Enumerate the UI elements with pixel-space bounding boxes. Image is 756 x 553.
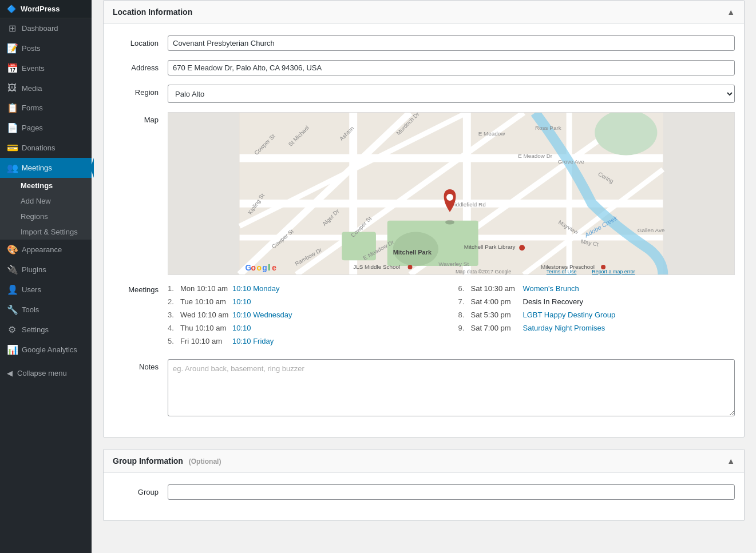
- meetings-columns: 1. Mon 10:10 am 10:10 Monday 2. Tue 10:1…: [168, 284, 735, 350]
- group-panel-title: Group Information (Optional): [113, 456, 221, 466]
- dashboard-icon: ⊞: [7, 23, 17, 34]
- sidebar-item-donations[interactable]: 💳 Donations: [0, 138, 92, 158]
- meeting-item-8: 8. Sat 5:30 pm LGBT Happy Destiny Group: [458, 311, 735, 319]
- region-select[interactable]: Palo Alto: [168, 85, 735, 103]
- svg-point-40: [519, 245, 525, 250]
- meeting-link-3[interactable]: 10:10 Wednesday: [232, 311, 292, 319]
- sidebar-label-dashboard: Dashboard: [22, 24, 58, 33]
- location-field-row: Location: [113, 35, 735, 51]
- sidebar-label-plugins: Plugins: [22, 265, 46, 274]
- sidebar-item-google-analytics[interactable]: 📊 Google Analytics: [0, 340, 92, 360]
- sidebar-item-posts[interactable]: 📝 Posts: [0, 38, 92, 58]
- group-input[interactable]: [168, 484, 735, 500]
- sidebar-item-tools[interactable]: 🔧 Tools: [0, 300, 92, 320]
- meeting-num-9: 9.: [458, 324, 468, 332]
- sidebar-item-dashboard[interactable]: ⊞ Dashboard: [0, 18, 92, 38]
- svg-text:Mitchell Park Library: Mitchell Park Library: [464, 244, 516, 250]
- meeting-day-6: Sat 10:30 am: [471, 284, 520, 293]
- meeting-num-4: 4.: [168, 324, 177, 332]
- meeting-link-6[interactable]: Women's Brunch: [523, 284, 579, 293]
- svg-text:o: o: [256, 263, 262, 272]
- group-label: Group: [113, 484, 159, 496]
- sidebar-item-plugins[interactable]: 🔌 Plugins: [0, 260, 92, 280]
- location-label: Location: [113, 35, 159, 47]
- meeting-link-9[interactable]: Saturday Night Promises: [523, 324, 605, 332]
- svg-text:E Meadow: E Meadow: [478, 130, 506, 137]
- submenu-import-settings[interactable]: Import & Settings: [0, 224, 92, 240]
- collapse-menu-button[interactable]: ◀ Collapse menu: [0, 364, 92, 382]
- group-panel: Group Information (Optional) ▲ Group: [103, 449, 745, 521]
- svg-text:Map data ©2017 Google: Map data ©2017 Google: [456, 269, 511, 274]
- sidebar-label-forms: Forms: [22, 104, 43, 112]
- map-container: Adobe Creek Cowper St St Michael Ashton …: [168, 112, 735, 275]
- meeting-num-1: 1.: [168, 284, 177, 293]
- sidebar-label-appearance: Appearance: [22, 245, 62, 254]
- forms-icon: 📋: [7, 102, 17, 113]
- sidebar-item-meetings[interactable]: 👥 Meetings: [0, 158, 92, 178]
- tools-icon: 🔧: [7, 304, 17, 315]
- meeting-day-5: Fri 10:10 am: [180, 337, 229, 345]
- meeting-link-1[interactable]: 10:10 Monday: [232, 284, 279, 293]
- meeting-link-4[interactable]: 10:10: [232, 324, 251, 332]
- meeting-plain-7: Desis In Recovery: [523, 297, 583, 306]
- location-input[interactable]: [168, 35, 735, 51]
- submenu-meetings[interactable]: Meetings: [0, 178, 92, 193]
- sidebar-label-media: Media: [22, 84, 42, 93]
- meeting-link-8[interactable]: LGBT Happy Destiny Group: [523, 311, 616, 319]
- meeting-day-2: Tue 10:10 am: [180, 297, 229, 306]
- svg-text:l: l: [268, 263, 270, 272]
- sidebar-item-users[interactable]: 👤 Users: [0, 280, 92, 300]
- sidebar-label-donations: Donations: [22, 144, 56, 152]
- meeting-num-2: 2.: [168, 297, 177, 306]
- svg-text:Gailen Ave: Gailen Ave: [638, 227, 665, 233]
- sidebar-label-users: Users: [22, 285, 41, 294]
- sidebar-item-pages[interactable]: 📄 Pages: [0, 118, 92, 138]
- group-panel-toggle[interactable]: ▲: [727, 456, 735, 466]
- meeting-day-1: Mon 10:10 am: [180, 284, 229, 293]
- group-optional-label: (Optional): [189, 457, 221, 466]
- svg-text:Middlefield Rd: Middlefield Rd: [450, 201, 486, 208]
- meetings-left-column: 1. Mon 10:10 am 10:10 Monday 2. Tue 10:1…: [168, 284, 445, 350]
- submenu-add-new[interactable]: Add New: [0, 193, 92, 209]
- meeting-day-4: Thu 10:10 am: [180, 324, 229, 332]
- meeting-link-5[interactable]: 10:10 Friday: [232, 337, 274, 345]
- svg-text:Mitchell Park: Mitchell Park: [393, 249, 432, 256]
- svg-point-45: [445, 220, 454, 225]
- wp-icon: 🔷: [7, 5, 16, 13]
- meeting-item-5: 5. Fri 10:10 am 10:10 Friday: [168, 337, 445, 345]
- meetings-field-row: Meetings 1. Mon 10:10 am 10:10 Monday: [113, 284, 735, 350]
- pages-icon: 📄: [7, 122, 17, 133]
- sidebar-label-pages: Pages: [22, 124, 43, 132]
- sidebar-item-forms[interactable]: 📋 Forms: [0, 98, 92, 118]
- submenu-regions[interactable]: Regions: [0, 209, 92, 224]
- meeting-day-3: Wed 10:10 am: [180, 311, 229, 319]
- meetings-icon: 👥: [7, 162, 17, 173]
- sidebar-item-appearance[interactable]: 🎨 Appearance: [0, 240, 92, 260]
- notes-field-row: Notes: [113, 359, 735, 416]
- meeting-day-7: Sat 4:00 pm: [471, 297, 520, 306]
- sidebar-item-events[interactable]: 📅 Events: [0, 58, 92, 78]
- wp-label: WordPress: [21, 5, 60, 13]
- sidebar-label-meetings: Meetings: [22, 164, 52, 172]
- meeting-day-8: Sat 5:30 pm: [471, 311, 520, 319]
- address-input[interactable]: [168, 60, 735, 75]
- group-panel-header: Group Information (Optional) ▲: [104, 449, 744, 473]
- meetings-submenu: Meetings Add New Regions Import & Settin…: [0, 178, 92, 240]
- meeting-num-5: 5.: [168, 337, 177, 345]
- location-panel-toggle[interactable]: ▲: [727, 7, 735, 17]
- sidebar-item-media[interactable]: 🖼 Media: [0, 78, 92, 98]
- users-icon: 👤: [7, 284, 17, 295]
- svg-text:JLS Middle School: JLS Middle School: [353, 264, 400, 270]
- svg-text:g: g: [262, 263, 267, 272]
- meeting-num-3: 3.: [168, 311, 177, 319]
- meeting-num-7: 7.: [458, 297, 468, 306]
- svg-point-42: [408, 265, 413, 269]
- svg-text:Terms of Use: Terms of Use: [547, 269, 577, 274]
- notes-textarea[interactable]: [168, 359, 735, 416]
- meeting-item-4: 4. Thu 10:10 am 10:10: [168, 324, 445, 332]
- region-label: Region: [113, 85, 159, 97]
- group-field-row: Group: [113, 484, 735, 500]
- svg-text:E Meadow Dr: E Meadow Dr: [518, 153, 553, 159]
- sidebar-item-settings[interactable]: ⚙ Settings: [0, 320, 92, 340]
- meeting-link-2[interactable]: 10:10: [232, 297, 251, 306]
